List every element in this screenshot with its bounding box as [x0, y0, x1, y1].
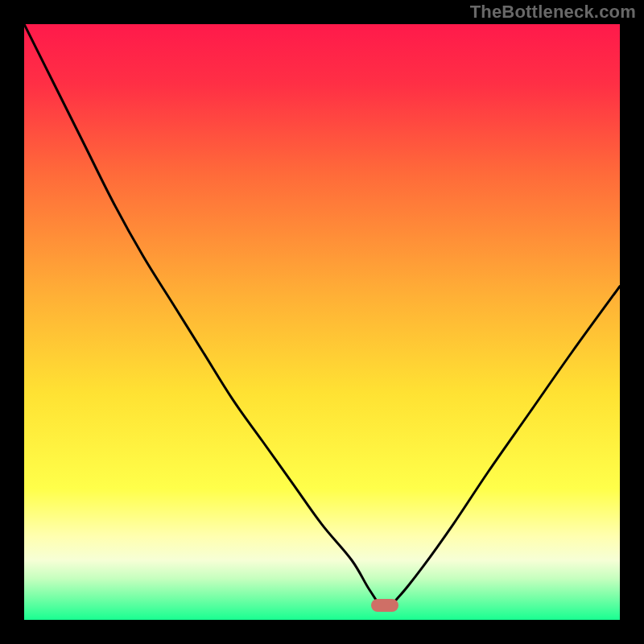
plot-area	[24, 24, 620, 620]
bottleneck-curve	[24, 24, 620, 620]
curve-path	[24, 24, 620, 608]
watermark-text: TheBottleneck.com	[470, 2, 636, 23]
optimum-marker	[371, 599, 398, 612]
chart-frame: TheBottleneck.com	[0, 0, 644, 644]
